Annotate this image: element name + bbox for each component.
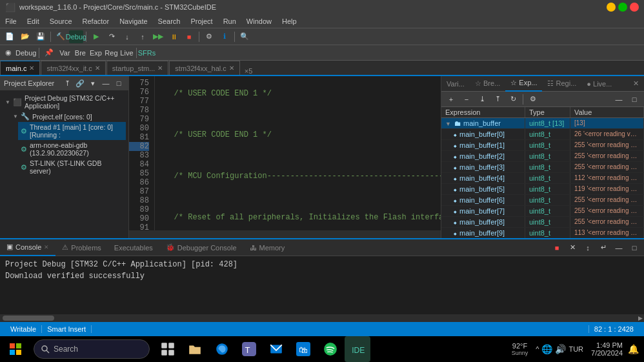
minimize-button[interactable] xyxy=(607,3,616,12)
debug-row-7[interactable]: ⬥ main_buffer[7] uint8_t 255 '<error rea… xyxy=(441,206,644,217)
debug-row-9[interactable]: ⬥ main_buffer[9] uint8_t 113 '<error rea… xyxy=(441,228,644,238)
var-btn[interactable]: Var xyxy=(57,46,72,59)
taskbar-mail-btn[interactable] xyxy=(263,336,289,362)
console-stop-btn[interactable]: ■ xyxy=(550,241,564,254)
console-close[interactable]: ✕ xyxy=(44,244,49,250)
bottom-tab-console[interactable]: ▣ Console ✕ xyxy=(0,239,55,256)
menu-run[interactable]: Run xyxy=(218,16,241,26)
taskbar-weather[interactable]: 92°F Sunny xyxy=(512,342,528,356)
speaker-icon[interactable]: 🔊 xyxy=(555,344,566,354)
debug-tab-registers[interactable]: ☷ Regi... xyxy=(542,76,581,92)
sidebar-item-stlink[interactable]: ⚙ ST-LINK (ST-LINK GDB server) xyxy=(18,158,126,176)
bottom-tab-memory[interactable]: 🖧 Memory xyxy=(243,239,292,256)
tab-hal[interactable]: stm32f4xx_hal.c ✕ xyxy=(169,61,239,75)
run-btn[interactable]: ▶ xyxy=(89,30,103,43)
time-display[interactable]: 1:49 PM 7/20/2024 xyxy=(591,341,623,357)
debug-btn[interactable]: Debug xyxy=(69,30,83,43)
maximize-button[interactable] xyxy=(618,3,627,12)
menu-window[interactable]: Window xyxy=(241,16,277,26)
new-btn[interactable]: 📄 xyxy=(3,30,17,43)
bottom-tab-executables[interactable]: Executables xyxy=(108,239,159,256)
collapse-all-btn[interactable]: ⤒ xyxy=(61,77,73,89)
tab-main-c-close[interactable]: ✕ xyxy=(29,65,34,72)
debug-tab-expressions[interactable]: ☆ Exp... xyxy=(505,76,542,92)
taskbar-search-box[interactable]: Search xyxy=(34,339,150,359)
code-editor[interactable]: /* USER CODE END 1 */ /* USER CODE END 1… xyxy=(155,76,441,230)
tab-startup-close[interactable]: ✕ xyxy=(157,65,163,72)
sidebar-minimize-btn[interactable]: — xyxy=(100,77,112,89)
bottom-scroll-h[interactable]: ▶ xyxy=(0,314,644,322)
sidebar-item-project-debug[interactable]: ▼ ⬛ Project Debug [STM32 C/C++ Applicati… xyxy=(3,93,126,111)
menu-refactor[interactable]: Refactor xyxy=(77,16,115,26)
debug-row-main-buffer[interactable]: ▼ 🖿 main_buffer uint8_t [13] [13] xyxy=(441,118,644,129)
taskbar-ide-btn[interactable]: IDE xyxy=(345,336,370,362)
search-toolbar-btn[interactable]: 🔍 xyxy=(237,30,252,43)
debug-tab-variables[interactable]: Vari... xyxy=(441,76,470,92)
exp-btn[interactable]: Exp xyxy=(88,46,103,59)
debug-row-1[interactable]: ⬥ main_buffer[1] uint8_t 255 '<error rea… xyxy=(441,140,644,151)
menu-help[interactable]: Help xyxy=(277,16,302,26)
sidebar-item-project-elf[interactable]: ▼ 🔧 Project.elf [cores: 0] xyxy=(10,111,126,122)
settings-btn[interactable]: ⚙ xyxy=(202,30,216,43)
debug-row-4[interactable]: ⬥ main_buffer[4] uint8_t 112 '<error rea… xyxy=(441,173,644,184)
debug-tab-breakpoints[interactable]: ☆ Bre... xyxy=(470,76,505,92)
taskbar-teams-btn[interactable]: T xyxy=(236,336,262,362)
taskbar-explorer-btn[interactable] xyxy=(182,336,208,362)
network-icon[interactable]: 🌐 xyxy=(541,344,552,354)
save-btn[interactable]: 💾 xyxy=(34,30,48,43)
menu-edit[interactable]: Edit xyxy=(22,16,45,26)
sidebar-item-gdb[interactable]: ⚙ arm-none-eabi-gdb (13.2.90.20230627) xyxy=(18,140,126,158)
bottom-scroll-right-arrow[interactable]: ▶ xyxy=(636,314,644,322)
console-clear-btn[interactable]: ✕ xyxy=(565,241,579,254)
sfrs-btn[interactable]: SFRs xyxy=(139,46,154,59)
start-button[interactable] xyxy=(0,336,31,362)
step-into-btn[interactable]: ↓ xyxy=(120,30,134,43)
taskbar-edge-btn[interactable] xyxy=(209,336,235,362)
debug-expand-btn[interactable]: ⤒ xyxy=(490,93,505,106)
debug-row-3[interactable]: ⬥ main_buffer[3] uint8_t 255 '<error rea… xyxy=(441,162,644,173)
link-with-editor-btn[interactable]: 🔗 xyxy=(74,77,86,89)
debug-row-2[interactable]: ⬥ main_buffer[2] uint8_t 255 '<error rea… xyxy=(441,151,644,162)
editor-scrollbar-h[interactable] xyxy=(129,230,441,238)
terminate-btn[interactable]: ■ xyxy=(182,30,196,43)
live-btn[interactable]: Live xyxy=(119,46,134,59)
debug-maximize-btn[interactable]: □ xyxy=(627,93,641,106)
bottom-tab-problems[interactable]: ⚠ Problems xyxy=(55,239,107,256)
menu-file[interactable]: File xyxy=(0,16,22,26)
debug-collapse-btn[interactable]: ⤓ xyxy=(475,93,489,106)
console-maximize-btn[interactable]: □ xyxy=(627,241,641,254)
tab-hal-close[interactable]: ✕ xyxy=(229,65,234,72)
debug-refresh-btn[interactable]: ↻ xyxy=(506,93,520,106)
taskbar-store-btn[interactable]: 🛍 xyxy=(290,336,316,362)
debug-row-0[interactable]: ⬥ main_buffer[0] uint8_t 26 '<error read… xyxy=(441,129,644,140)
sidebar-menu-btn[interactable]: ▾ xyxy=(87,77,99,89)
debug-tab-live[interactable]: ● Live... xyxy=(581,76,617,92)
tab-stm32f4xx-it[interactable]: stm32f4xx_it.c ✕ xyxy=(41,61,105,75)
sidebar-item-thread[interactable]: ⚙ Thread #1 [main] 1 [core: 0] [Running … xyxy=(18,122,126,140)
bottom-tab-debugger[interactable]: 🐞 Debugger Console xyxy=(159,239,243,256)
tab-more[interactable]: ×5 xyxy=(241,67,257,75)
debug-row-8[interactable]: ⬥ main_buffer[8] uint8_t 255 '<error rea… xyxy=(441,217,644,228)
suspend-btn[interactable]: ⏸ xyxy=(166,30,181,43)
language-indicator[interactable]: TUR xyxy=(569,345,583,353)
close-button[interactable] xyxy=(630,3,639,12)
step-over-btn[interactable]: ↷ xyxy=(105,30,119,43)
pin-btn[interactable]: 📌 xyxy=(42,46,56,59)
debug-row-5[interactable]: ⬥ main_buffer[5] uint8_t 119 '<error rea… xyxy=(441,184,644,195)
debug-remove-btn[interactable]: − xyxy=(459,93,474,106)
reg-btn[interactable]: Reg xyxy=(104,46,118,59)
console-wrap-btn[interactable]: ↵ xyxy=(596,241,610,254)
debug-minimize-btn[interactable]: — xyxy=(612,93,626,106)
console-scroll-lock-btn[interactable]: ↕ xyxy=(581,241,595,254)
menu-navigate[interactable]: Navigate xyxy=(114,16,152,26)
debug-settings-btn[interactable]: ⚙ xyxy=(526,93,540,106)
chevron-icon[interactable]: ^ xyxy=(536,345,539,353)
menu-search[interactable]: Search xyxy=(153,16,186,26)
bre-btn[interactable]: Bre xyxy=(73,46,87,59)
menu-source[interactable]: Source xyxy=(45,16,77,26)
info-btn[interactable]: ℹ xyxy=(217,30,232,43)
debug-add-btn[interactable]: + xyxy=(444,93,458,106)
console-minimize-btn[interactable]: — xyxy=(612,241,626,254)
notification-btn[interactable]: 🔔 xyxy=(628,344,639,354)
open-btn[interactable]: 📂 xyxy=(18,30,32,43)
